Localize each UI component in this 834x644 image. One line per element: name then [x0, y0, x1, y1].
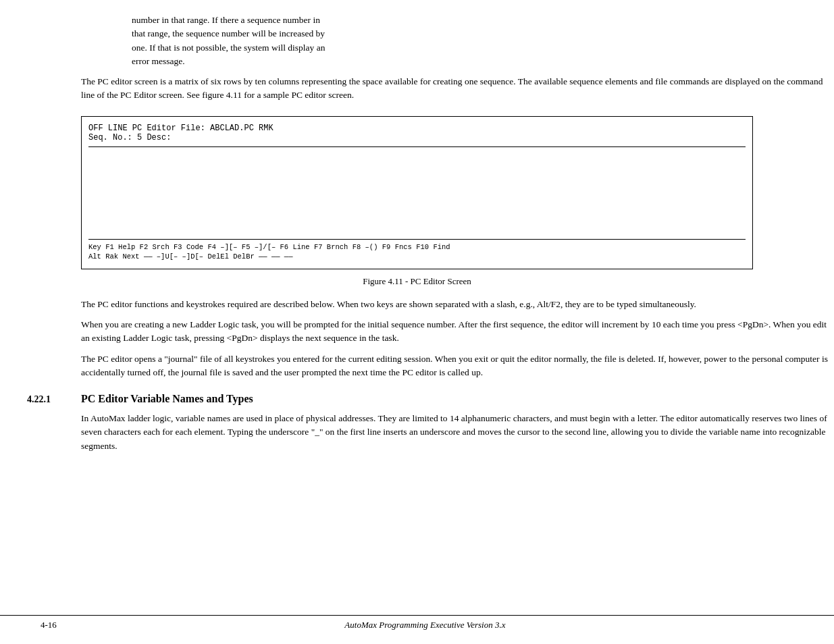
paragraph-5: In AutoMax ladder logic, variable names …: [81, 412, 834, 453]
figure-caption-text: Figure 4.11 - PC Editor Screen: [363, 276, 471, 286]
top-paragraph: number in that range. If there a sequenc…: [132, 14, 834, 68]
footer-content: Key F1 Help F2 Srch F3 Code F4 –][– F5 –…: [88, 242, 746, 262]
header-line1-text: OFF LINE PC Editor File: ABCLAD.PC RMK: [88, 124, 273, 133]
paragraph-4: The PC editor opens a "journal" file of …: [81, 352, 834, 380]
footer-title: AutoMax Programming Executive Version 3.…: [57, 620, 793, 630]
figure-caption: Figure 4.11 - PC Editor Screen: [81, 276, 753, 287]
para1-text: The PC editor screen is a matrix of six …: [81, 76, 823, 100]
header-line2-text: Seq. No.: 5 Desc:: [88, 133, 171, 142]
header-line2: Seq. No.: 5 Desc:: [88, 133, 746, 142]
para5-text: In AutoMax ladder logic, variable names …: [81, 413, 827, 451]
top-para-text: number in that range. If there a sequenc…: [132, 15, 325, 66]
para4-text: The PC editor opens a "journal" file of …: [81, 354, 828, 377]
pc-editor-footer: Key F1 Help F2 Srch F3 Code F4 –][– F5 –…: [88, 239, 746, 262]
paragraph-2: The PC editor functions and keystrokes r…: [81, 298, 834, 311]
pc-editor-body: [88, 151, 746, 239]
pc-editor-header: OFF LINE PC Editor File: ABCLAD.PC RMK S…: [88, 124, 746, 142]
header-divider: [88, 146, 746, 147]
header-line1: OFF LINE PC Editor File: ABCLAD.PC RMK: [88, 124, 746, 133]
paragraph-1: The PC editor screen is a matrix of six …: [81, 75, 834, 103]
para3-text: When you are creating a new Ladder Logic…: [81, 319, 827, 343]
para2-text: The PC editor functions and keystrokes r…: [81, 299, 696, 309]
footer-page-number: 4-16: [41, 620, 57, 630]
section-number: 4.22.1: [27, 394, 68, 405]
footer-row1: Key F1 Help F2 Srch F3 Code F4 –][– F5 –…: [88, 242, 746, 252]
section-title: PC Editor Variable Names and Types: [81, 393, 253, 405]
section-heading: 4.22.1 PC Editor Variable Names and Type…: [27, 393, 834, 405]
paragraph-3: When you are creating a new Ladder Logic…: [81, 318, 834, 346]
pc-editor-screen: OFF LINE PC Editor File: ABCLAD.PC RMK S…: [81, 116, 753, 269]
footer-row2: Alt Rak Next —— –]U[– –]D[– DelEl DelBr …: [88, 252, 746, 262]
page: number in that range. If there a sequenc…: [0, 0, 834, 644]
page-footer: 4-16 AutoMax Programming Executive Versi…: [0, 615, 834, 630]
